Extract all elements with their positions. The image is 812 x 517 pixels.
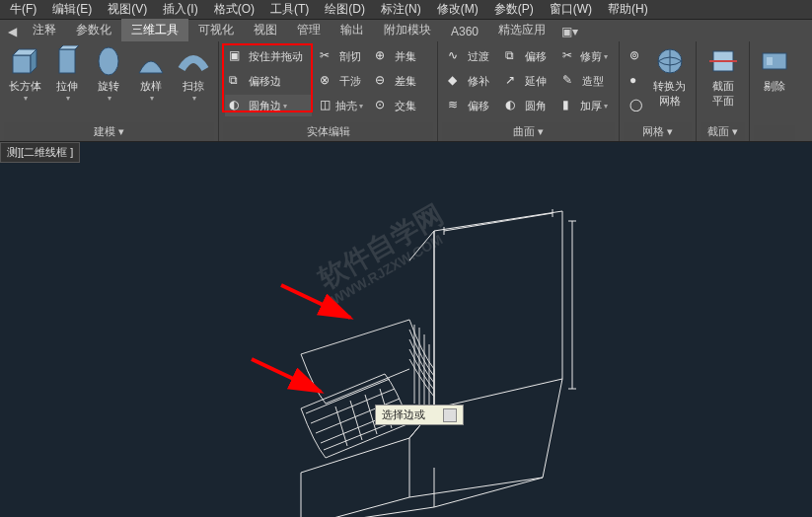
menu-help[interactable]: 帮助(H) (600, 0, 656, 20)
menu-edit[interactable]: 编辑(E) (44, 0, 100, 20)
panel-solid-edit-title[interactable]: 实体编辑 (223, 122, 433, 141)
drawing-area[interactable]: 测][二维线框 ] 软件自学网 WWW.RJZXW.COM (0, 142, 812, 517)
svg-rect-9 (763, 53, 786, 69)
svg-point-5 (99, 47, 118, 75)
panel-modeling-title[interactable]: 建模 ▾ (4, 122, 214, 141)
panel-select: 剔除 (750, 41, 799, 141)
menu-view[interactable]: 视图(V) (100, 0, 155, 20)
tab-annotate[interactable]: 注释 (23, 19, 66, 41)
convert-mesh-icon (654, 45, 686, 77)
mesh-refine-button[interactable]: ● (626, 70, 645, 92)
revolve-button[interactable]: 旋转▾ (88, 43, 130, 122)
menu-file[interactable]: 牛(F) (2, 0, 44, 20)
panel-surface: ∿过渡 ◆修补 ≋偏移 ⧉偏移 ↗延伸 ◐圆角 ✂修剪▾ ✎造型 ▮加厚▾ 曲面… (438, 41, 620, 141)
slice-button[interactable]: ✂剖切 (316, 45, 367, 67)
offset-edge-icon: ⧉ (229, 73, 245, 89)
tab-view[interactable]: 视图 (244, 19, 287, 41)
tab-a360[interactable]: A360 (441, 22, 488, 41)
tab-3d-tools[interactable]: 三维工具 (121, 19, 188, 41)
thicken-button[interactable]: ▮加厚▾ (558, 95, 612, 116)
box-icon (9, 45, 40, 77)
menu-format[interactable]: 格式(O) (206, 0, 262, 20)
menubar: 牛(F) 编辑(E) 视图(V) 插入(I) 格式(O) 工具(T) 绘图(D)… (0, 0, 812, 20)
interfere-button[interactable]: ⊗干涉 (316, 70, 367, 92)
menu-draw[interactable]: 绘图(D) (317, 0, 373, 20)
offset-surf-button[interactable]: ≋偏移 (444, 95, 497, 116)
loft-label: 放样 (140, 79, 162, 94)
slice-icon: ✂ (320, 48, 335, 64)
tooltip-text: 选择边或 (382, 407, 425, 422)
presspull-button[interactable]: ▣按住并拖动 (225, 45, 312, 67)
cull-label: 剔除 (764, 79, 785, 94)
menu-dimension[interactable]: 标注(N) (373, 0, 429, 20)
panel-mesh-title[interactable]: 网格 ▾ (624, 122, 692, 141)
svg-marker-4 (59, 45, 79, 49)
panel-solid-edit: ▣按住并拖动 ⧉偏移边 ◐圆角边▾ ✂剖切 ⊗干涉 ◫抽壳▾ ⊕并集 ⊖差集 ⊙… (219, 41, 438, 141)
thicken-icon: ▮ (562, 98, 576, 113)
panel-surface-title[interactable]: 曲面 ▾ (442, 122, 615, 141)
section-plane-label: 截面 平面 (712, 79, 734, 109)
box-button[interactable]: 长方体▾ (4, 43, 46, 122)
cull-icon (759, 45, 790, 77)
sphere-icon: ● (629, 73, 637, 89)
menu-modify[interactable]: 修改(M) (429, 0, 486, 20)
offset-edge-button[interactable]: ⧉偏移边 (225, 70, 312, 92)
menu-insert[interactable]: 插入(I) (155, 0, 205, 20)
offset2-button[interactable]: ⧉偏移 (501, 45, 554, 67)
loft-button[interactable]: 放样▾ (130, 43, 173, 122)
panel-modeling: 长方体▾ 拉伸▾ 旋转▾ 放样▾ 扫掠▾ 建模 ▾ (0, 41, 219, 141)
tab-parametric[interactable]: 参数化 (66, 19, 121, 41)
trim-icon: ✂ (562, 48, 576, 64)
patch-button[interactable]: ◆修补 (444, 70, 497, 92)
menu-tools[interactable]: 工具(T) (262, 0, 317, 20)
sculpt-button[interactable]: ✎造型 (558, 70, 612, 92)
tab-output[interactable]: 输出 (331, 19, 374, 41)
revolve-label: 旋转 (98, 79, 119, 94)
box-label: 长方体 (9, 79, 41, 94)
tab-manage[interactable]: 管理 (287, 19, 331, 41)
revolve-icon (93, 45, 124, 77)
intersect-button[interactable]: ⊙交集 (371, 95, 422, 116)
fillet-surf-button[interactable]: ◐圆角 (501, 95, 554, 116)
blend-button[interactable]: ∿过渡 (444, 45, 497, 67)
document-tab[interactable]: 测][二维线框 ] (0, 142, 80, 163)
wireframe-3d (276, 182, 671, 517)
sweep-button[interactable]: 扫掠▾ (172, 43, 214, 122)
extrude-button[interactable]: 拉伸▾ (46, 43, 89, 122)
svg-rect-3 (59, 49, 75, 73)
sphere-mesh-icon: ⊚ (629, 48, 639, 64)
blend-icon: ∿ (448, 48, 464, 64)
svg-rect-10 (767, 57, 773, 65)
subtract-button[interactable]: ⊖差集 (371, 70, 422, 92)
offset-surf-icon: ≋ (448, 98, 464, 113)
panel-section-title[interactable]: 截面 ▾ (701, 122, 745, 141)
patch-icon: ◆ (448, 73, 464, 89)
ribbon: 长方体▾ 拉伸▾ 旋转▾ 放样▾ 扫掠▾ 建模 ▾ ▣按住并 (0, 41, 812, 142)
mesh-smooth-more-button[interactable]: ⊚ (626, 45, 645, 67)
menu-parametric[interactable]: 参数(P) (486, 0, 542, 20)
shell-button[interactable]: ◫抽壳▾ (316, 95, 367, 116)
menu-window[interactable]: 窗口(W) (542, 0, 600, 20)
fillet-edge-button[interactable]: ◐圆角边▾ (225, 95, 312, 116)
tab-options-icon[interactable]: ▣▾ (555, 22, 584, 41)
caret-left-icon[interactable]: ◀ (2, 22, 23, 41)
extend-button[interactable]: ↗延伸 (501, 70, 554, 92)
union-button[interactable]: ⊕并集 (371, 45, 422, 67)
union-icon: ⊕ (375, 48, 391, 64)
panel-section: 截面 平面 截面 ▾ (697, 41, 750, 141)
section-plane-button[interactable]: 截面 平面 (701, 43, 745, 122)
tab-featured[interactable]: 精选应用 (488, 19, 555, 41)
cull-button[interactable]: 剔除 (754, 43, 795, 125)
section-plane-icon (707, 45, 739, 77)
sculpt-icon: ✎ (562, 73, 578, 89)
tab-visualize[interactable]: 可视化 (188, 19, 244, 41)
convert-mesh-button[interactable]: 转换为 网格 (647, 43, 692, 122)
extrude-label: 拉伸 (56, 79, 78, 94)
fillet-surf-icon: ◐ (505, 98, 521, 113)
fillet-edge-icon: ◐ (229, 98, 245, 113)
trim-button[interactable]: ✂修剪▾ (558, 45, 612, 67)
loft-icon (135, 45, 167, 77)
mesh-smooth-less-button[interactable]: ◯ (626, 95, 645, 116)
tab-addins[interactable]: 附加模块 (374, 19, 441, 41)
ribbon-tabs: ◀ 注释 参数化 三维工具 可视化 视图 管理 输出 附加模块 A360 精选应… (0, 20, 812, 41)
